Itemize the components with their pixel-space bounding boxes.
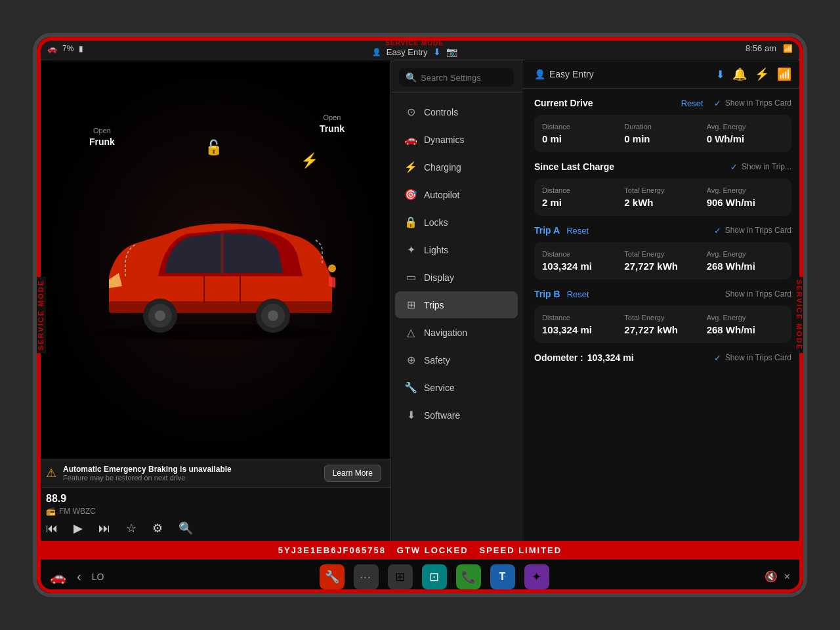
odometer-show-trips-text: Show in Trips Card — [725, 353, 791, 362]
media-station-info: 📻 FM WBZC — [46, 507, 381, 516]
trip-b-avg-energy: Avg. Energy 268 Wh/mi — [707, 314, 784, 335]
trip-b-header: Trip B Reset Show in Trips Card — [534, 289, 791, 299]
frunk-label-text: Frunk — [89, 136, 115, 149]
slc-total-energy-label: Total Energy — [624, 186, 701, 194]
display-icon: ▭ — [404, 271, 417, 284]
grid1-icon: ⊞ — [395, 570, 405, 584]
trunk-open-label[interactable]: Open Trunk — [320, 113, 345, 136]
nav-label-charging: Charging — [424, 162, 461, 173]
slc-avg-energy-label: Avg. Energy — [707, 186, 784, 194]
gtw-locked-status: GTW LOCKED — [397, 545, 469, 555]
autopilot-icon: 🎯 — [404, 188, 417, 201]
nav-item-charging[interactable]: ⚡ Charging — [395, 154, 518, 180]
trip-b-reset[interactable]: Reset — [567, 289, 589, 299]
next-track-button[interactable]: ⏭ — [98, 522, 110, 536]
show-trips-text-b: Show in Trips Card — [725, 289, 791, 299]
search-icon: 🔍 — [406, 72, 417, 83]
since-last-charge-show-trips: ✓ Show in Trip... — [730, 162, 791, 172]
trip-a-title: Trip A — [534, 225, 560, 236]
trip-a-avg-energy-label: Avg. Energy — [707, 250, 784, 258]
bottom-left: 🚗 ‹ LO — [50, 569, 104, 585]
check-icon-current: ✓ — [714, 98, 721, 108]
since-last-charge-title: Since Last Charge — [534, 161, 614, 172]
trip-a-distance-label: Distance — [542, 250, 619, 258]
slc-distance-label: Distance — [542, 186, 619, 194]
slc-total-energy: Total Energy 2 kWh — [624, 186, 701, 208]
svg-point-5 — [155, 310, 165, 321]
app-icon-grid2[interactable]: ⊡ — [422, 564, 447, 589]
nav-item-navigation[interactable]: △ Navigation — [395, 319, 518, 346]
current-drive-reset[interactable]: Reset — [681, 98, 704, 108]
service-bottom-bar: 5YJ3E1EB6JF065758 GTW LOCKED SPEED LIMIT… — [37, 541, 803, 559]
current-drive-show-trips: ✓ Show in Trips Card — [714, 98, 791, 108]
status-bar-right: 8:56 am 📶 — [746, 43, 793, 53]
nav-label-controls: Controls — [424, 107, 458, 117]
profile-name-top: Easy Entry — [387, 47, 428, 57]
search-input[interactable] — [421, 73, 507, 83]
nav-item-lights[interactable]: ✦ Lights — [395, 236, 518, 263]
check-icon-odo: ✓ — [714, 353, 721, 363]
current-distance: Distance 0 mi — [542, 123, 619, 144]
favorite-button[interactable]: ☆ — [126, 521, 136, 536]
nav-item-autopilot[interactable]: 🎯 Autopilot — [395, 181, 518, 208]
odometer-show-trips: ✓ Show in Trips Card — [714, 353, 791, 363]
nav-item-trips[interactable]: ⊞ Trips — [395, 291, 518, 318]
alert-title: Automatic Emergency Braking is unavailab… — [63, 465, 318, 474]
trip-a-total-energy-label: Total Energy — [624, 250, 701, 258]
equalizer-button[interactable]: ⚙ — [152, 521, 163, 536]
app-icon-grid1[interactable]: ⊞ — [388, 564, 413, 589]
nav-label-dynamics: Dynamics — [424, 135, 464, 145]
nav-item-service[interactable]: 🔧 Service — [395, 374, 518, 401]
signal-bars-right: 📶 — [777, 67, 791, 81]
tesla-car-svg — [63, 171, 365, 348]
trip-a-avg-energy-value: 268 Wh/mi — [707, 261, 784, 272]
nav-label-lights: Lights — [424, 245, 448, 255]
frunk-open-label[interactable]: Open Frunk — [89, 126, 115, 149]
lo-label: LO — [92, 572, 104, 582]
slc-total-energy-value: 2 kWh — [624, 197, 701, 208]
current-duration: Duration 0 min — [624, 123, 701, 144]
current-duration-value: 0 min — [624, 133, 701, 144]
search-media-button[interactable]: 🔍 — [178, 521, 193, 536]
trip-a-header: Trip A Reset ✓ Show in Trips Card — [534, 225, 791, 236]
app-icon-phone[interactable]: 📞 — [456, 564, 481, 589]
nav-item-software[interactable]: ⬇ Software — [395, 402, 518, 429]
svg-point-11 — [328, 264, 336, 272]
chevron-left-icon[interactable]: ‹ — [77, 569, 81, 584]
bell-icon[interactable]: 🔔 — [732, 67, 747, 81]
download-icon-right[interactable]: ⬇ — [716, 68, 724, 81]
trip-b-avg-energy-label: Avg. Energy — [707, 314, 784, 322]
wrench-icon: 🔧 — [325, 570, 339, 584]
signal-icon: 📶 — [783, 44, 793, 53]
check-icon-a: ✓ — [714, 226, 721, 236]
nav-label-display: Display — [424, 272, 454, 283]
learn-more-button[interactable]: Learn More — [324, 465, 381, 482]
charging-icon: ⚡ — [404, 161, 417, 173]
person-icon: 👤 — [372, 48, 381, 56]
nav-item-controls[interactable]: ⊙ Controls — [395, 98, 518, 125]
bluetooth-icon[interactable]: ⚡ — [755, 67, 769, 81]
app-icon-dots[interactable]: ··· — [354, 564, 379, 589]
trip-b-distance-value: 103,324 mi — [542, 324, 619, 335]
nav-item-safety[interactable]: ⊕ Safety — [395, 346, 518, 373]
star-icon: ✦ — [532, 570, 541, 584]
main-content: Open Frunk Open Trunk 🔓 ⚡ ⚠ — [37, 60, 803, 541]
app-icon-star[interactable]: ✦ — [524, 564, 549, 589]
app-icon-text[interactable]: T — [490, 564, 515, 589]
svg-point-8 — [268, 310, 278, 321]
search-input-wrap[interactable]: 🔍 — [399, 68, 514, 87]
volume-mute-icon[interactable]: 🔇 — [765, 570, 778, 583]
slc-avg-energy: Avg. Energy 906 Wh/mi — [707, 186, 784, 208]
nav-item-locks[interactable]: 🔒 Locks — [395, 209, 518, 236]
controls-icon: ⊙ — [404, 106, 417, 118]
nav-item-display[interactable]: ▭ Display — [395, 264, 518, 291]
right-header-icons: ⬇ 🔔 ⚡ 📶 — [716, 67, 791, 81]
settings-menu: 🔍 ⊙ Controls 🚗 Dynamics ⚡ Cha — [391, 60, 522, 541]
nav-item-dynamics[interactable]: 🚗 Dynamics — [395, 126, 518, 153]
prev-track-button[interactable]: ⏮ — [46, 522, 58, 536]
app-icon-wrench[interactable]: 🔧 — [320, 564, 345, 589]
trip-a-reset[interactable]: Reset — [566, 226, 589, 236]
current-drive-stats: Distance 0 mi Duration 0 min Avg. Energy… — [534, 115, 791, 152]
car-bottom-icon[interactable]: 🚗 — [50, 569, 66, 585]
play-pause-button[interactable]: ▶ — [74, 521, 83, 536]
